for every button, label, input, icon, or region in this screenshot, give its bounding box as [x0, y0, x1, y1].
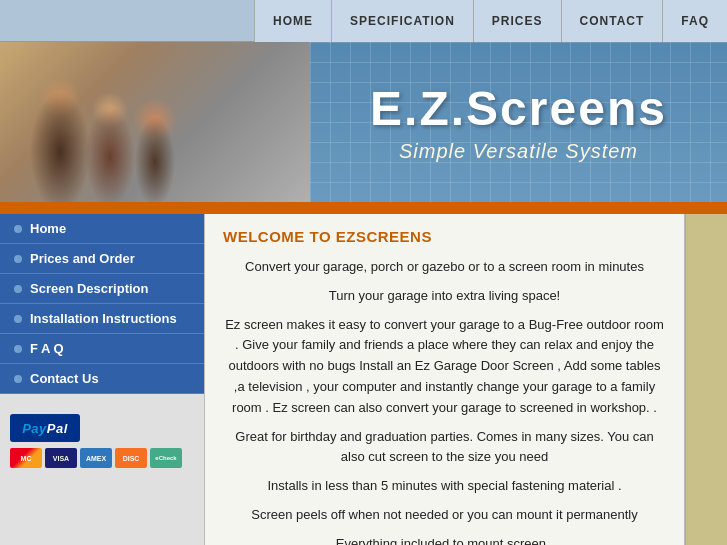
sidebar-bullet-icon	[14, 345, 22, 353]
nav-item-home[interactable]: HOME	[254, 0, 331, 42]
main-layout: HomePrices and OrderScreen DescriptionIn…	[0, 214, 727, 545]
sidebar-item-installation-instructions[interactable]: Installation Instructions	[0, 304, 204, 334]
visa-icon: VISA	[45, 448, 77, 468]
sidebar-item-prices-order[interactable]: Prices and Order	[0, 244, 204, 274]
discover-icon: DISC	[115, 448, 147, 468]
content-paragraph-5: Screen peels off when not needed or you …	[223, 505, 666, 526]
content-area: WELCOME TO EZSCREENS Convert your garage…	[205, 214, 685, 545]
amex-icon: AMEX	[80, 448, 112, 468]
sidebar-item-faq[interactable]: F A Q	[0, 334, 204, 364]
sidebar-item-contact-us[interactable]: Contact Us	[0, 364, 204, 394]
sidebar-bullet-icon	[14, 255, 22, 263]
header-image	[0, 42, 310, 202]
sidebar: HomePrices and OrderScreen DescriptionIn…	[0, 214, 205, 545]
content-paragraph-6: Everything included to mount screen .	[223, 534, 666, 545]
sidebar-bullet-icon	[14, 375, 22, 383]
sidebar-items: HomePrices and OrderScreen DescriptionIn…	[0, 214, 204, 394]
cc-row: MC VISA AMEX DISC eCheck	[10, 448, 194, 468]
content-paragraph-4: Installs in less than 5 minutes with spe…	[223, 476, 666, 497]
header: E.Z.Screens Simple Versatile System	[0, 42, 727, 202]
content-body: Convert your garage, porch or gazebo or …	[223, 257, 666, 545]
site-name: E.Z.Screens	[370, 81, 667, 136]
orange-bar	[0, 202, 727, 214]
paypal-logo[interactable]: PayPal	[10, 414, 80, 442]
content-paragraph-3: Great for birthday and graduation partie…	[223, 427, 666, 469]
header-title: E.Z.Screens Simple Versatile System	[310, 42, 727, 202]
nav-item-prices[interactable]: PRICES	[473, 0, 561, 42]
nav-item-faq[interactable]: FAQ	[662, 0, 727, 42]
site-tagline: Simple Versatile System	[399, 140, 638, 163]
right-column	[685, 214, 727, 545]
sidebar-bullet-icon	[14, 285, 22, 293]
sidebar-item-label: Home	[30, 221, 66, 236]
content-paragraph-0: Convert your garage, porch or gazebo or …	[223, 257, 666, 278]
sidebar-item-home[interactable]: Home	[0, 214, 204, 244]
sidebar-item-label: F A Q	[30, 341, 64, 356]
sidebar-item-label: Installation Instructions	[30, 311, 177, 326]
sidebar-item-label: Prices and Order	[30, 251, 135, 266]
sidebar-item-screen-description[interactable]: Screen Description	[0, 274, 204, 304]
top-nav: HOMESPECIFICATIONPRICESCONTACTFAQ	[0, 0, 727, 42]
echeck-icon: eCheck	[150, 448, 182, 468]
paypal-section: PayPal MC VISA AMEX DISC eCheck	[0, 402, 204, 480]
sidebar-item-label: Contact Us	[30, 371, 99, 386]
content-paragraph-1: Turn your garage into extra living space…	[223, 286, 666, 307]
mastercard-icon: MC	[10, 448, 42, 468]
sidebar-bullet-icon	[14, 315, 22, 323]
sidebar-bullet-icon	[14, 225, 22, 233]
nav-item-contact[interactable]: CONTACT	[561, 0, 663, 42]
content-title: WELCOME TO EZSCREENS	[223, 228, 666, 245]
sidebar-item-label: Screen Description	[30, 281, 149, 296]
content-paragraph-2: Ez screen makes it easy to convert your …	[223, 315, 666, 419]
nav-item-specification[interactable]: SPECIFICATION	[331, 0, 473, 42]
